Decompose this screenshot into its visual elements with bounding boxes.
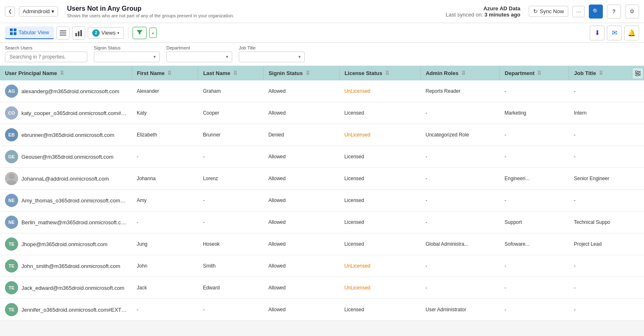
table-row[interactable]: TEJhope@m365droid.onmicrosoft.comJungHos… [0, 233, 644, 255]
avatar: AG [5, 85, 18, 98]
chart-view-button[interactable] [72, 26, 85, 40]
page-subtitle: Shows the users who are not part of any … [67, 13, 441, 18]
table-row[interactable]: TEJennifer_o365droid.onmicrosoft.com#EXT… [0, 299, 644, 321]
svg-point-13 [635, 70, 637, 72]
table-row[interactable]: EBebrunner@m365droid.onmicrosoft.comEliz… [0, 124, 644, 146]
list-view-button[interactable] [56, 26, 70, 40]
col-header-last-name[interactable]: Last Name ⠿ [198, 66, 264, 80]
table-row[interactable]: NEBerlin_mathew@m365droid.onmicrosoft.co… [0, 211, 644, 233]
last-name-cell: Lorenz [198, 168, 264, 190]
signin-status-wrapper: Allowed Denied [94, 52, 160, 62]
svg-rect-5 [60, 33, 66, 33]
svg-rect-9 [80, 30, 82, 36]
upn-value: John_smith@m365droid.onmicrosoft.com [21, 263, 120, 269]
signin-status-cell: Allowed [264, 102, 339, 124]
department-cell: - [499, 299, 569, 321]
first-name-cell: - [132, 146, 198, 168]
views-label: Views [101, 30, 115, 36]
col-header-license-status[interactable]: License Status ⠿ [339, 66, 420, 80]
filter-button[interactable] [133, 27, 147, 39]
column-settings-button[interactable] [632, 68, 644, 79]
admin-roles-cell: - [420, 211, 499, 233]
department-label: Department [166, 45, 232, 50]
col-drag-signin[interactable]: ⠿ [306, 70, 310, 76]
col-drag-admin-roles[interactable]: ⠿ [462, 70, 465, 76]
col-drag-first-name[interactable]: ⠿ [168, 70, 171, 76]
col-drag-department[interactable]: ⠿ [537, 70, 541, 76]
nav-back-button[interactable]: ❮ [5, 7, 15, 16]
avatar: NE [5, 216, 18, 229]
col-header-admin-roles[interactable]: Admin Roles ⠿ [420, 66, 499, 80]
first-name-cell: - [132, 299, 198, 321]
first-name-cell: John [132, 255, 198, 277]
search-filter-bar: Search Users Signin Status Allowed Denie… [0, 43, 644, 66]
tabular-view-icon [10, 28, 16, 36]
signin-status-cell: Allowed [264, 190, 339, 211]
toolbar: Tabular View 2 Views ▾ ▾ ⬇ [0, 23, 644, 43]
col-header-department[interactable]: Department ⠿ [499, 66, 569, 80]
col-header-first-name[interactable]: First Name ⠿ [132, 66, 198, 80]
table-row[interactable]: JohannaL@addroid.onmicrosoft.comJohannaL… [0, 168, 644, 190]
signin-status-select[interactable]: Allowed Denied [94, 52, 160, 62]
table-row[interactable]: NEAmy_thomas_o365droid.onmicrosoft.com#E… [0, 190, 644, 211]
col-drag-upn[interactable]: ⠿ [60, 70, 64, 76]
more-options-button[interactable]: ··· [572, 6, 585, 17]
org-name: Admindroid [23, 8, 50, 14]
schedule-icon: 🔔 [628, 29, 636, 37]
department-select[interactable]: Marketing Engineering Support [166, 52, 232, 62]
upn-cell: GEGeouser@m365droid.onmicrosoft.com [0, 146, 132, 167]
sync-now-button[interactable]: ↻ Sync Now [529, 6, 569, 17]
last-name-cell: Brunner [198, 124, 264, 146]
upn-cell: NEAmy_thomas_o365droid.onmicrosoft.com#E… [0, 190, 132, 211]
table-row[interactable]: AGalexanderg@m365droid.onmicrosoft.comAl… [0, 80, 644, 102]
first-name-cell: Jack [132, 277, 198, 299]
upn-cell: AGalexanderg@m365droid.onmicrosoft.com [0, 80, 132, 102]
col-header-upn[interactable]: User Principal Name ⠿ [0, 66, 132, 80]
settings-button[interactable]: ⚙ [625, 5, 639, 19]
license-status-cell: Licensed [339, 233, 420, 255]
download-button[interactable]: ⬇ [590, 26, 604, 40]
col-header-signin-status[interactable]: Signin Status ⠿ [264, 66, 339, 80]
job-title-select[interactable]: Intern Senior Engineer Project Lead [239, 52, 305, 62]
views-count-badge: 2 [92, 29, 100, 37]
tabular-view-tab[interactable]: Tabular View [5, 26, 54, 39]
signin-status-cell: Allowed [264, 277, 339, 299]
org-selector[interactable]: Admindroid ▾ [19, 6, 58, 16]
last-name-cell: - [198, 146, 264, 168]
table-row[interactable]: COkaty_cooper_o365droid.onmicrosoft.com#… [0, 102, 644, 124]
department-cell: - [499, 80, 569, 102]
department-cell: Support [499, 211, 569, 233]
help-button[interactable]: ? [607, 5, 621, 19]
search-users-input[interactable] [5, 52, 87, 62]
schedule-button[interactable]: 🔔 [624, 26, 639, 40]
azure-sync-time: 3 minutes ago [484, 12, 520, 18]
table-row[interactable]: GEGeouser@m365droid.onmicrosoft.com--All… [0, 146, 644, 168]
job-title-cell: - [569, 146, 644, 168]
search-button[interactable]: 🔍 [589, 5, 603, 19]
svg-rect-1 [14, 28, 16, 31]
signin-status-group: Signin Status Allowed Denied [94, 45, 160, 62]
table-body: AGalexanderg@m365droid.onmicrosoft.comAl… [0, 80, 644, 321]
email-button[interactable]: ✉ [607, 26, 622, 40]
svg-rect-0 [10, 28, 13, 31]
filter-dropdown-button[interactable]: ▾ [149, 28, 157, 38]
license-status-cell: Licensed [339, 211, 420, 233]
col-drag-job-title[interactable]: ⠿ [599, 70, 603, 76]
org-caret-icon: ▾ [51, 8, 54, 14]
upn-cell: EBebrunner@m365droid.onmicrosoft.com [0, 124, 132, 146]
sync-icon: ↻ [533, 8, 538, 14]
signin-status-label: Signin Status [94, 45, 160, 50]
admin-roles-cell: - [420, 190, 499, 211]
views-button[interactable]: 2 Views ▾ [88, 27, 124, 39]
avatar [5, 172, 18, 185]
job-title-cell: - [569, 299, 644, 321]
col-drag-last-name[interactable]: ⠿ [233, 70, 237, 76]
upn-value: Jack_edward@m365droid.onmicrosoft.com [21, 285, 124, 291]
col-header-job-title[interactable]: Job Title ⠿ [569, 66, 644, 80]
upn-cell: TEJennifer_o365droid.onmicrosoft.com#EXT… [0, 299, 132, 320]
avatar: NE [5, 194, 18, 207]
table-row[interactable]: TEJohn_smith@m365droid.onmicrosoft.comJo… [0, 255, 644, 277]
col-drag-license[interactable]: ⠿ [385, 70, 389, 76]
admin-roles-cell: - [420, 102, 499, 124]
table-row[interactable]: TEJack_edward@m365droid.onmicrosoft.comJ… [0, 277, 644, 299]
